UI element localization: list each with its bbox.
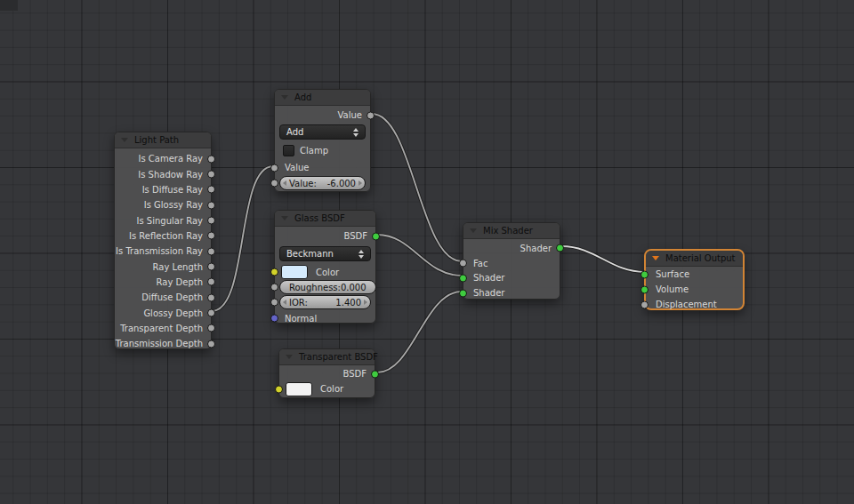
socket-value-output[interactable] (367, 111, 375, 119)
node-material-output-header[interactable]: Material Output (646, 251, 743, 267)
socket-value-output[interactable] (207, 278, 215, 286)
node-math-add-header[interactable]: Add (275, 90, 370, 106)
socket-value-input[interactable] (270, 180, 278, 188)
node-glass-bsdf[interactable]: Glass BSDF BSDF Beckmann Color Roughness… (274, 210, 376, 324)
output-row: BSDF (279, 365, 375, 382)
distribution-value: Beckmann (286, 249, 334, 259)
node-material-output[interactable]: Material Output Surface Volume Displacem… (644, 249, 745, 310)
collapse-arrow-icon[interactable] (652, 256, 659, 260)
socket-value-output[interactable] (207, 324, 215, 332)
socket-value-output[interactable] (207, 340, 215, 348)
input-row: Shader (463, 285, 560, 300)
socket-value-output[interactable] (207, 201, 215, 209)
socket-value-output[interactable] (207, 171, 215, 179)
socket-shader-output[interactable] (556, 244, 564, 252)
input-label: Value (285, 163, 309, 172)
node-editor-canvas[interactable]: Light Path Is Camera Ray Is Shadow Ray I… (0, 0, 854, 504)
socket-fac-input[interactable] (459, 260, 467, 268)
socket-shader-input[interactable] (459, 289, 467, 297)
input-row: Value (275, 160, 370, 175)
output-label: Is Camera Ray (138, 154, 203, 164)
field-label: IOR: (289, 298, 308, 308)
output-label: Ray Length (153, 262, 203, 272)
collapse-arrow-icon[interactable] (286, 355, 293, 359)
field-value: 1.400 (335, 298, 361, 308)
slider-arrow-right-icon[interactable] (359, 180, 362, 186)
node-transparent-bsdf-header[interactable]: Transparent BSDF (279, 349, 375, 365)
socket-value-input[interactable] (270, 299, 278, 307)
socket-value-output[interactable] (207, 217, 215, 225)
socket-value-output[interactable] (207, 263, 215, 271)
output-row: Transparent Depth (115, 321, 211, 336)
socket-value-output[interactable] (207, 186, 215, 194)
socket-shader-output[interactable] (372, 232, 380, 240)
output-row: Diffuse Depth (115, 290, 211, 305)
node-math-add[interactable]: Add Value Add Clamp Value Value: -6.000 (274, 89, 371, 192)
output-row: Is Diffuse Ray (115, 182, 211, 197)
socket-value-output[interactable] (207, 293, 215, 301)
output-row: Is Reflection Ray (115, 228, 211, 244)
input-row: Surface (646, 267, 743, 282)
slider-arrow-left-icon[interactable] (283, 180, 286, 186)
field-label: Value: (289, 179, 317, 188)
socket-value-input[interactable] (270, 164, 278, 172)
slider-arrow-right-icon[interactable] (364, 300, 367, 305)
socket-surface-input[interactable] (640, 270, 649, 278)
node-title: Add (294, 92, 311, 102)
node-title: Material Output (665, 253, 736, 263)
socket-value-output[interactable] (207, 247, 215, 255)
value-number-field[interactable]: Value: -6.000 (279, 176, 366, 190)
output-row: Value (275, 106, 370, 124)
node-glass-bsdf-header[interactable]: Glass BSDF (275, 211, 375, 227)
dropdown-arrows-icon (359, 250, 364, 259)
node-light-path[interactable]: Light Path Is Camera Ray Is Shadow Ray I… (114, 132, 212, 349)
output-row: Is Glossy Ray (115, 197, 211, 212)
clamp-checkbox[interactable] (283, 145, 294, 156)
output-label: Is Transmission Ray (116, 246, 203, 256)
socket-color-input[interactable] (275, 385, 283, 393)
output-label: BSDF (343, 369, 367, 379)
output-label: Diffuse Depth (141, 292, 203, 302)
node-title: Light Path (134, 135, 179, 145)
input-row: Shader (463, 270, 560, 285)
node-transparent-bsdf[interactable]: Transparent BSDF BSDF Color (278, 348, 375, 398)
node-light-path-header[interactable]: Light Path (115, 132, 211, 148)
operation-dropdown[interactable]: Add (279, 124, 366, 140)
output-label: Transmission Depth (116, 339, 203, 348)
output-label: Transparent Depth (120, 324, 203, 333)
roughness-slider[interactable]: Roughness: 0.000 (279, 280, 376, 294)
input-row: Displacement (646, 297, 743, 312)
node-mix-shader[interactable]: Mix Shader Shader Fac Shader Shader (463, 222, 560, 300)
distribution-dropdown[interactable]: Beckmann (279, 246, 371, 261)
output-label: Ray Depth (157, 277, 203, 287)
link-transparent-to-mix-shader2 (377, 292, 462, 372)
clamp-row: Clamp (275, 145, 370, 156)
socket-displacement-input[interactable] (640, 300, 649, 308)
color-swatch[interactable] (281, 265, 308, 279)
output-row: Shader (463, 239, 560, 257)
slider-arrow-left-icon[interactable] (283, 300, 286, 305)
socket-volume-input[interactable] (640, 285, 649, 293)
socket-vector-input[interactable] (270, 315, 278, 323)
socket-value-output[interactable] (207, 155, 215, 163)
output-label: Glossy Depth (143, 308, 203, 318)
output-row: BSDF (275, 227, 375, 245)
output-label: Is Singular Ray (137, 216, 203, 226)
node-mix-shader-header[interactable]: Mix Shader (463, 223, 560, 239)
socket-shader-input[interactable] (459, 274, 467, 282)
color-swatch[interactable] (286, 382, 312, 396)
collapse-arrow-icon[interactable] (470, 228, 477, 233)
socket-value-output[interactable] (207, 309, 215, 317)
collapse-arrow-icon[interactable] (121, 138, 128, 142)
socket-value-output[interactable] (207, 232, 215, 240)
collapse-arrow-icon[interactable] (281, 95, 288, 100)
link-mix-to-material-surface (561, 246, 645, 272)
output-label: Is Shadow Ray (138, 170, 203, 180)
ior-number-field[interactable]: IOR: 1.400 (279, 295, 371, 309)
output-label: Is Reflection Ray (129, 231, 203, 241)
collapse-arrow-icon[interactable] (281, 216, 288, 220)
output-row: Transmission Depth (115, 336, 211, 351)
socket-color-input[interactable] (270, 268, 278, 276)
socket-value-input[interactable] (270, 284, 278, 292)
socket-shader-output[interactable] (371, 370, 379, 378)
